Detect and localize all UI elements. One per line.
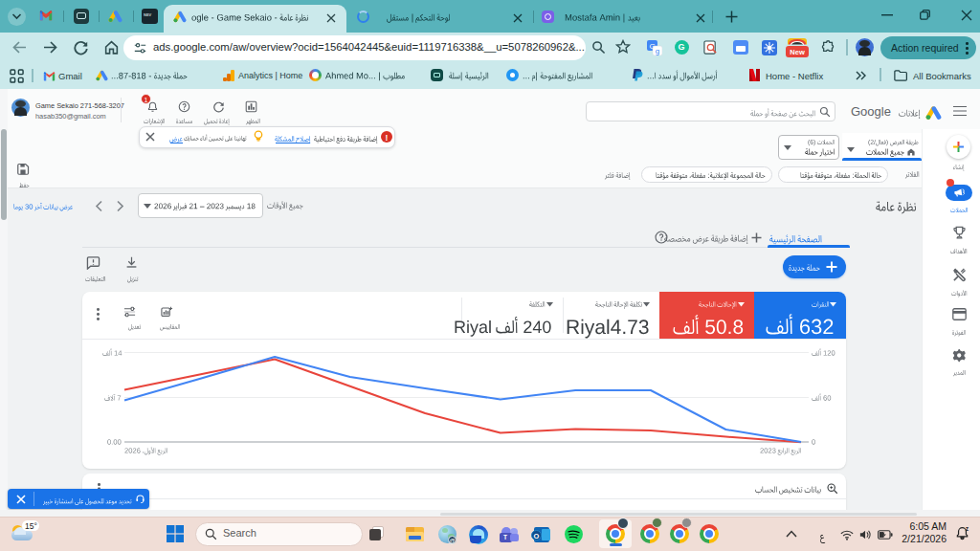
svg-text:z: z	[966, 525, 969, 532]
